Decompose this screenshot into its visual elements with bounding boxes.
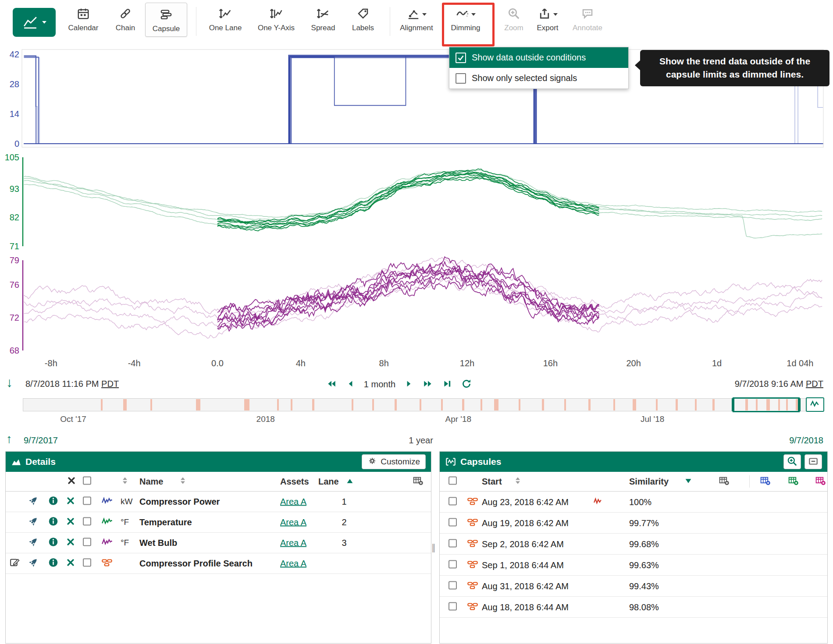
add-column-icon[interactable] — [719, 476, 730, 488]
checked-checkbox[interactable] — [456, 53, 466, 63]
row-checkbox[interactable] — [83, 517, 91, 526]
capsule-checkbox[interactable] — [449, 518, 457, 526]
info-icon[interactable] — [48, 537, 59, 549]
step-back-button[interactable] — [346, 379, 355, 390]
column-header-similarity[interactable]: Similarity — [629, 477, 669, 487]
item-name[interactable]: Temperature — [139, 517, 192, 527]
column-header-assets[interactable]: Assets — [280, 477, 309, 487]
refresh-button[interactable] — [461, 379, 472, 390]
jump-forward-button[interactable] — [423, 379, 433, 390]
toolbar-alignment-button[interactable]: Alignment — [395, 6, 438, 32]
expand-range-down-icon[interactable]: ↓ — [6, 375, 13, 390]
remove-item-icon[interactable] — [66, 496, 75, 507]
capsule-marker — [123, 399, 127, 410]
customize-button[interactable]: Customize — [362, 454, 426, 469]
capsule-marker — [277, 399, 279, 410]
name-sort-icon[interactable] — [180, 477, 185, 486]
column-header-name[interactable]: Name — [139, 477, 163, 487]
info-icon[interactable] — [48, 495, 59, 508]
asset-link[interactable]: Area A — [280, 497, 306, 507]
column-header-lane[interactable]: Lane — [318, 477, 339, 487]
capsule-row[interactable]: Aug 23, 2018 6:42 AM100% — [440, 492, 827, 513]
duration-label[interactable]: 1 month — [364, 379, 395, 389]
asset-link[interactable]: Area A — [280, 517, 306, 527]
info-icon[interactable] — [48, 516, 59, 529]
panel-splitter-handle[interactable]: ∥ — [431, 542, 436, 553]
capsules-zoom-button[interactable] — [783, 454, 801, 469]
toolbar-labels-button[interactable]: Labels — [342, 6, 384, 32]
capsule-row[interactable]: Sep 2, 2018 6:42 AM99.68% — [440, 534, 827, 555]
step-forward-button[interactable] — [405, 379, 413, 390]
view-selector-button[interactable] — [13, 8, 56, 37]
capsule-checkbox[interactable] — [449, 560, 457, 568]
capsule-marker — [312, 399, 314, 410]
asset-link[interactable]: Area A — [280, 559, 306, 569]
value-sort-icon[interactable] — [122, 477, 128, 486]
select-all-capsules-checkbox[interactable] — [449, 477, 457, 485]
trend-rocket-icon[interactable] — [28, 495, 39, 508]
row-checkbox[interactable] — [83, 497, 91, 505]
timeline-scrubber[interactable] — [23, 398, 823, 411]
remove-all-icon[interactable] — [67, 476, 76, 487]
toolbar-capsule-button[interactable]: Capsule — [145, 3, 187, 37]
capsule-checkbox-cell — [449, 497, 457, 507]
selector-left-handle[interactable] — [732, 398, 734, 411]
capsule-checkbox[interactable] — [449, 602, 457, 610]
toolbar-one-y-axis-button[interactable]: One Y-Axis — [255, 6, 297, 32]
capsule-similarity: 99.77% — [629, 518, 659, 528]
asset-link[interactable]: Area A — [280, 538, 306, 548]
item-name[interactable]: Wet Bulb — [139, 538, 177, 548]
go-to-end-button[interactable] — [442, 379, 452, 390]
capsules-collapse-button[interactable] — [805, 454, 822, 469]
display-range-selector[interactable] — [733, 397, 800, 412]
toolbar-chain-button[interactable]: Chain — [104, 6, 146, 32]
start-sort-icon[interactable] — [515, 477, 520, 486]
capsule-row[interactable]: Aug 19, 2018 6:42 AM99.77% — [440, 513, 827, 534]
unchecked-checkbox[interactable] — [456, 73, 466, 84]
toolbar-one-lane-button[interactable]: One Lane — [204, 6, 246, 32]
toolbar-alignment-label: Alignment — [395, 24, 438, 32]
remove-item-icon[interactable] — [66, 558, 75, 569]
lane-number: 2 — [335, 517, 353, 527]
column-header-start[interactable]: Start — [482, 477, 502, 487]
toolbar-export-button[interactable]: Export — [527, 6, 569, 32]
trend-rocket-icon[interactable] — [28, 536, 39, 549]
item-name[interactable]: Compressor Profile Search — [139, 559, 253, 569]
add-stats-column-green-icon[interactable] — [788, 476, 799, 488]
capsule-row[interactable]: Sep 1, 2018 6:44 AM99.63% — [440, 555, 827, 576]
dimming-menu-item-1[interactable]: Show data outside conditions — [449, 47, 628, 68]
reference-capsule-icon — [593, 496, 602, 507]
trend-rocket-icon[interactable] — [28, 557, 39, 570]
row-checkbox[interactable] — [83, 538, 91, 546]
timezone-link-end[interactable]: PDT — [806, 379, 823, 389]
jump-back-button[interactable] — [326, 379, 337, 390]
select-all-checkbox[interactable] — [83, 477, 91, 485]
add-stats-column-magenta-icon[interactable] — [815, 476, 826, 488]
capsule-marker — [656, 399, 658, 410]
dimming-menu-item-2[interactable]: Show only selected signals — [449, 68, 628, 88]
toolbar-dimming-button[interactable]: Dimming — [445, 6, 487, 32]
capsule-row[interactable]: Aug 31, 2018 6:42 AM99.43% — [440, 576, 827, 597]
capsule-time-indicator[interactable] — [806, 397, 824, 412]
add-stats-column-blue-icon[interactable] — [760, 476, 771, 488]
add-column-icon[interactable] — [413, 476, 424, 488]
info-icon[interactable] — [48, 557, 59, 570]
expand-range-up-icon[interactable]: ↑ — [6, 432, 12, 446]
remove-item-icon[interactable] — [66, 537, 75, 548]
row-checkbox[interactable] — [83, 559, 91, 567]
timezone-link-start[interactable]: PDT — [101, 379, 119, 389]
toolbar-calendar-button[interactable]: Calendar — [62, 6, 104, 32]
lane-2-y-tick: 71 — [10, 241, 19, 251]
trend-rocket-icon[interactable] — [28, 516, 39, 529]
item-name[interactable]: Compressor Power — [139, 497, 220, 507]
edit-icon[interactable] — [9, 557, 20, 570]
remove-item-icon[interactable] — [66, 517, 75, 528]
capsule-checkbox[interactable] — [449, 581, 457, 589]
selector-right-handle[interactable] — [798, 398, 801, 411]
similarity-sort-desc-icon[interactable] — [685, 478, 691, 485]
toolbar-spread-button[interactable]: Spread — [302, 6, 344, 32]
capsule-row[interactable]: Aug 18, 2018 6:44 AM98.08% — [440, 597, 827, 618]
capsule-checkbox[interactable] — [449, 539, 457, 547]
lane-sort-asc-icon[interactable] — [347, 478, 353, 485]
capsule-checkbox[interactable] — [449, 497, 457, 505]
